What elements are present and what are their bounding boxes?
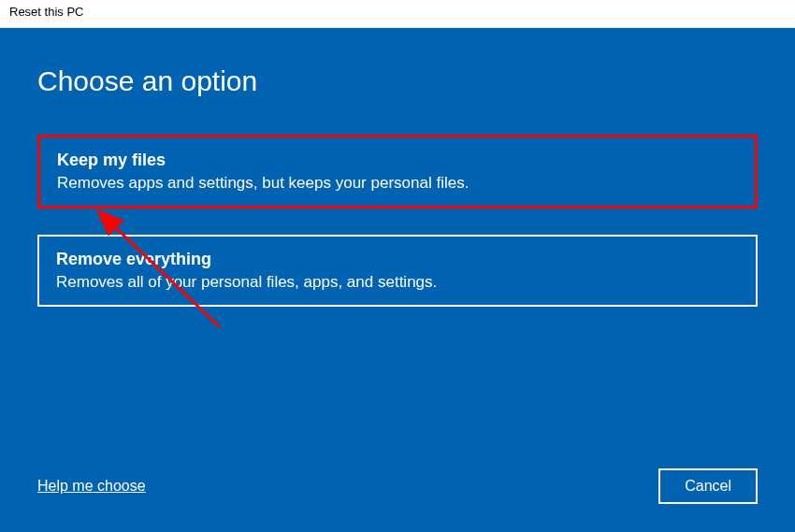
help-me-choose-link[interactable]: Help me choose (37, 478, 146, 495)
option-title: Remove everything (56, 250, 739, 269)
footer: Help me choose Cancel (37, 468, 758, 504)
option-remove-everything[interactable]: Remove everything Removes all of your pe… (37, 235, 758, 307)
option-description: Removes apps and settings, but keeps you… (57, 174, 738, 193)
cancel-button[interactable]: Cancel (658, 468, 758, 504)
option-keep-my-files[interactable]: Keep my files Removes apps and settings,… (37, 135, 758, 208)
option-title: Keep my files (57, 151, 738, 170)
window-title: Reset this PC (9, 5, 83, 19)
main-panel: Choose an option Keep my files Removes a… (0, 28, 795, 532)
page-heading: Choose an option (37, 65, 758, 97)
titlebar: Reset this PC (0, 0, 795, 28)
option-description: Removes all of your personal files, apps… (56, 273, 739, 292)
